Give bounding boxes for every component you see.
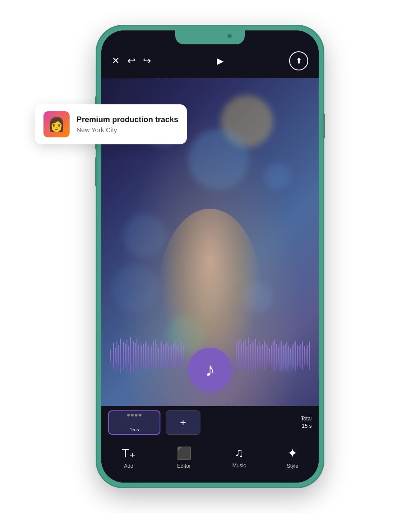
timeline-strip: 15 s + Total 15 s [101,406,319,439]
editor-icon: ⬛ [177,446,192,460]
add-label: Add [124,463,133,469]
total-duration-label: Total 15 s [301,415,312,430]
popup-text: Premium production tracks New York City [77,115,178,133]
close-button[interactable]: ✕ [112,55,120,67]
clip-dots [127,414,142,416]
add-icon: T₊ [122,446,136,460]
style-label: Style [287,463,298,469]
power-button [323,113,325,139]
redo-button[interactable]: ↪ [143,55,151,67]
style-icon: ✦ [287,446,297,460]
camera-dot [227,34,232,38]
scene: ✕ ↩ ↪ ▶ ⬆ [0,0,420,513]
popup-title: Premium production tracks [77,115,178,124]
play-button[interactable]: ▶ [217,56,223,66]
upload-button[interactable]: ⬆ [289,51,308,70]
nav-editor[interactable]: ⬛ Editor [177,446,192,469]
bottom-nav: T₊ Add ⬛ Editor ♫ Music ✦ Style [101,439,319,483]
nav-add[interactable]: T₊ Add [122,446,136,469]
popup-subtitle: New York City [77,126,178,133]
music-play-button[interactable]: ♪ [188,348,232,391]
music-icon: ♪ [205,359,215,380]
phone-frame: ✕ ↩ ↪ ▶ ⬆ [97,26,323,487]
toolbar: ✕ ↩ ↪ ▶ ⬆ [101,48,319,74]
phone-inner: ✕ ↩ ↪ ▶ ⬆ [101,30,319,483]
music-label: Music [232,463,246,469]
popup-notification[interactable]: 👩 Premium production tracks New York Cit… [35,104,187,144]
music-nav-icon: ♫ [235,446,244,460]
timeline-clip[interactable]: 15 s [108,410,160,435]
nav-style[interactable]: ✦ Style [287,446,298,469]
notch [175,30,245,44]
nav-music[interactable]: ♫ Music [232,446,246,469]
add-clip-button[interactable]: + [166,410,200,435]
phone-screen: ✕ ↩ ↪ ▶ ⬆ [101,30,319,483]
toolbar-left: ✕ ↩ ↪ [112,55,151,67]
plus-icon: + [180,416,186,429]
popup-avatar: 👩 [43,111,70,137]
upload-icon: ⬆ [296,56,302,66]
volume-down-button [95,157,97,187]
clip-duration: 15 s [130,427,139,432]
undo-button[interactable]: ↩ [127,55,135,67]
editor-label: Editor [177,463,190,469]
